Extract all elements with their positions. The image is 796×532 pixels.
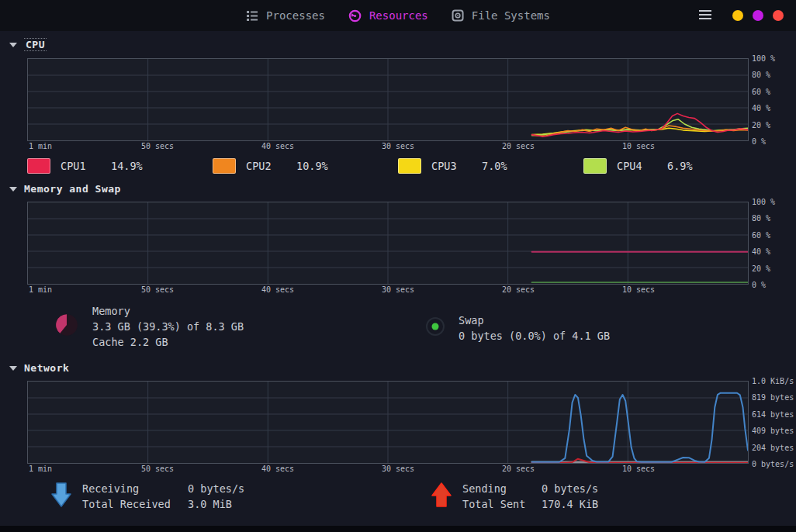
memory-cache: Cache 2.2 GB [92, 334, 244, 350]
receiving-rate: 0 bytes/s [188, 482, 244, 495]
cpu2-label: CPU2 [246, 160, 286, 172]
swap-usage: 0 bytes (0.0%) of 4.1 GB [459, 328, 610, 344]
maximize-button[interactable] [753, 10, 763, 21]
chevron-down-icon [9, 187, 17, 192]
chevron-down-icon [9, 43, 17, 47]
disk-icon [452, 9, 464, 22]
upload-arrow-icon [431, 482, 452, 510]
cpu4-label: CPU4 [617, 160, 657, 172]
cpu1-legend-item: CPU1 14.9% [27, 158, 213, 174]
cpu-chart [27, 58, 749, 141]
memory-section-title: Memory and Swap [24, 183, 121, 195]
network-section-title: Network [24, 362, 69, 374]
network-section: Network 1.0 KiB/s819 bytes614 bytes409 b… [0, 362, 796, 518]
memory-y-axis: 100 %80 %60 %40 %20 %0 % [752, 202, 796, 285]
cpu3-label: CPU3 [431, 160, 472, 172]
memory-section: Memory and Swap 100 %80 %60 %40 %20 %0 %… [0, 183, 796, 354]
memory-pie-icon [54, 313, 79, 340]
cpu-section-expander[interactable]: CPU [9, 38, 796, 51]
network-legend: Receiving0 bytes/s Total Received3.0 MiB… [0, 481, 796, 518]
cpu1-value: 14.9% [111, 160, 143, 172]
process-list-icon [246, 9, 258, 22]
cpu2-legend-item: CPU2 10.9% [213, 158, 398, 174]
memory-usage: 3.3 GB (39.3%) of 8.3 GB [92, 319, 244, 334]
cpu-section-title: CPU [24, 38, 47, 51]
receiving-label: Receiving [82, 481, 188, 496]
cpu1-color-swatch [27, 158, 50, 174]
view-switcher: Processes Resources File Systems [246, 0, 550, 31]
cpu4-value: 6.9% [667, 160, 693, 172]
total-sent-label: Total Sent [462, 496, 542, 512]
memory-legend: Memory 3.3 GB (39.3%) of 8.3 GB Cache 2.… [0, 303, 796, 354]
cpu-y-axis: 100 %80 %60 %40 %20 %0 % [752, 58, 796, 141]
tab-label: Processes [266, 9, 325, 22]
cpu4-color-swatch [583, 158, 607, 174]
swap-title: Swap [459, 313, 610, 328]
chevron-down-icon [9, 366, 17, 371]
receiving-legend-item: Receiving0 bytes/s Total Received3.0 MiB [51, 481, 244, 512]
memory-legend-item: Memory 3.3 GB (39.3%) of 8.3 GB Cache 2.… [54, 303, 244, 350]
total-received-label: Total Received [82, 496, 188, 512]
swap-legend-item: Swap 0 bytes (0.0%) of 4.1 GB [425, 313, 610, 344]
sending-label: Sending [462, 481, 542, 496]
cpu4-legend-item: CPU4 6.9% [583, 158, 769, 174]
cpu2-color-swatch [213, 158, 236, 174]
memory-section-expander[interactable]: Memory and Swap [9, 183, 796, 195]
minimize-button[interactable] [732, 10, 743, 21]
network-section-expander[interactable]: Network [9, 362, 796, 374]
hamburger-menu-icon[interactable] [698, 9, 712, 22]
tab-file-systems[interactable]: File Systems [452, 9, 550, 22]
tab-label: File Systems [472, 9, 550, 22]
network-chart [27, 381, 749, 464]
header-bar: Processes Resources File Systems [0, 0, 796, 31]
memory-chart [27, 202, 749, 285]
tab-resources[interactable]: Resources [348, 9, 428, 22]
close-button[interactable] [773, 10, 784, 21]
window-bottom-edge [0, 526, 796, 532]
download-arrow-icon [51, 482, 71, 510]
cpu2-value: 10.9% [296, 160, 328, 172]
sending-legend-item: Sending0 bytes/s Total Sent170.4 KiB [431, 481, 598, 512]
network-y-axis: 1.0 KiB/s819 bytes614 bytes409 bytes204 … [752, 381, 796, 464]
memory-x-axis: 1 min50 secs40 secs30 secs20 secs10 secs [27, 285, 749, 295]
tab-label: Resources [369, 9, 428, 22]
cpu3-color-swatch [398, 158, 421, 174]
swap-pie-icon [425, 316, 445, 340]
sending-rate: 0 bytes/s [542, 482, 598, 495]
tab-processes[interactable]: Processes [246, 9, 325, 22]
cpu3-value: 7.0% [482, 160, 507, 172]
memory-title: Memory [92, 303, 244, 319]
cpu3-legend-item: CPU3 7.0% [398, 158, 583, 174]
cpu1-label: CPU1 [61, 160, 101, 172]
network-x-axis: 1 min50 secs40 secs30 secs20 secs10 secs [27, 464, 749, 475]
window-controls [698, 0, 784, 31]
cpu-section: CPU 100 %80 %60 %40 %20 %0 % 1 min50 sec… [0, 38, 796, 174]
speedometer-icon [348, 9, 362, 22]
cpu-legend: CPU1 14.9% CPU2 10.9% CPU3 7.0% CPU4 6.9… [27, 158, 769, 174]
total-received-value: 3.0 MiB [188, 498, 232, 510]
cpu-x-axis: 1 min50 secs40 secs30 secs20 secs10 secs [27, 141, 749, 152]
total-sent-value: 170.4 KiB [542, 498, 598, 510]
